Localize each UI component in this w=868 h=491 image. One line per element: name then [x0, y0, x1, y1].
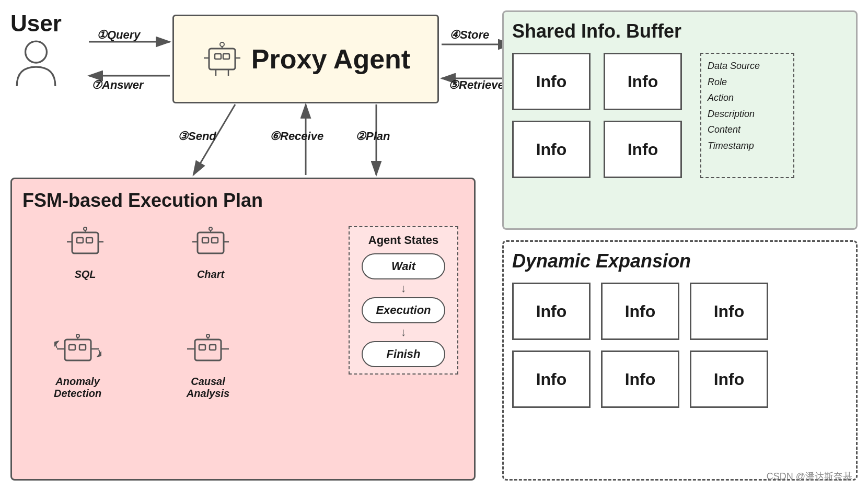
fsm-title: FSM-based Execution Plan: [22, 190, 464, 212]
svg-rect-46: [69, 345, 75, 350]
info-box-2: Info: [604, 53, 682, 110]
anomaly-robot: AnomalyDetection: [54, 333, 101, 400]
robot-icon-large: [201, 38, 243, 80]
store-label: ④Store: [449, 28, 489, 42]
dynamic-expansion: Dynamic Expansion Info Info Info Info In…: [502, 240, 858, 481]
dyn-info-box-4: Info: [512, 350, 591, 408]
send-label: ③Send: [178, 130, 216, 143]
svg-rect-22: [209, 49, 235, 69]
svg-rect-23: [215, 54, 221, 59]
shared-buffer: Shared Info. Buffer Info Info Info Info …: [502, 10, 858, 230]
state-arrow-2: ↓: [356, 325, 451, 339]
dynamic-expansion-grid: Info Info Info Info Info Info: [512, 283, 848, 408]
state-execution: Execution: [362, 297, 445, 323]
info-box-4: Info: [604, 121, 682, 178]
svg-point-42: [209, 227, 212, 230]
state-arrow-1: ↓: [356, 282, 451, 295]
svg-rect-24: [223, 54, 229, 59]
svg-point-49: [76, 334, 79, 337]
answer-label: ⑦Answer: [91, 78, 143, 92]
dyn-info-box-3: Info: [690, 283, 768, 340]
state-finish: Finish: [362, 341, 445, 367]
sql-robot-icon: [64, 226, 106, 265]
svg-rect-40: [212, 238, 218, 243]
svg-point-21: [25, 41, 47, 63]
causal-label: CausalAnalysis: [187, 376, 229, 400]
sql-robot: SQL: [64, 226, 106, 280]
dyn-info-box-5: Info: [601, 350, 679, 408]
svg-rect-31: [72, 232, 98, 253]
svg-point-56: [206, 334, 210, 337]
annotation-box: Data SourceRoleActionDescriptionContentT…: [700, 53, 794, 178]
anomaly-label: AnomalyDetection: [54, 376, 101, 400]
state-wait: Wait: [362, 253, 445, 279]
dynamic-expansion-title: Dynamic Expansion: [512, 250, 848, 272]
plan-label: ②Plan: [355, 130, 390, 143]
svg-point-35: [84, 227, 87, 230]
info-box-3: Info: [512, 121, 591, 178]
watermark: CSDN @潘达斯奈基: [767, 470, 852, 483]
svg-rect-33: [86, 238, 92, 243]
svg-rect-32: [77, 238, 83, 243]
svg-rect-38: [198, 232, 224, 253]
svg-rect-54: [210, 345, 216, 350]
chart-robot-icon: [190, 226, 232, 265]
causal-robot-icon: [184, 333, 232, 372]
dyn-info-box-1: Info: [512, 283, 591, 340]
causal-robot: CausalAnalysis: [184, 333, 232, 400]
receive-label: ⑥Receive: [270, 130, 323, 143]
proxy-agent-text: Proxy Agent: [251, 43, 410, 75]
sql-label: SQL: [74, 268, 96, 280]
dyn-info-box-6: Info: [690, 350, 768, 408]
svg-rect-39: [202, 238, 209, 243]
user-icon: [13, 39, 60, 86]
shared-buffer-title: Shared Info. Buffer: [512, 20, 848, 42]
proxy-agent-box: Proxy Agent: [172, 15, 439, 103]
chart-robot: Chart: [190, 226, 232, 280]
retrieve-label: ⑤Retrieve: [448, 78, 504, 92]
anomaly-robot-icon: [54, 333, 101, 372]
agent-states-title: Agent States: [356, 233, 451, 247]
dyn-info-box-2: Info: [601, 283, 679, 340]
svg-rect-53: [199, 345, 205, 350]
svg-rect-47: [79, 345, 86, 350]
chart-label: Chart: [197, 268, 224, 280]
user-label: User: [10, 10, 62, 37]
annotation-text: Data SourceRoleActionDescriptionContentT…: [708, 58, 787, 154]
info-box-1: Info: [512, 53, 591, 110]
user-section: User: [10, 10, 62, 86]
diagram: User ①Query ⑦Answer ④Store ⑤Retrieve ③Se…: [0, 0, 868, 491]
fsm-section: FSM-based Execution Plan SQL: [10, 178, 476, 481]
svg-point-26: [220, 42, 224, 46]
agent-states-box: Agent States Wait ↓ Execution ↓ Finish: [349, 226, 458, 375]
query-label: ①Query: [97, 28, 141, 42]
